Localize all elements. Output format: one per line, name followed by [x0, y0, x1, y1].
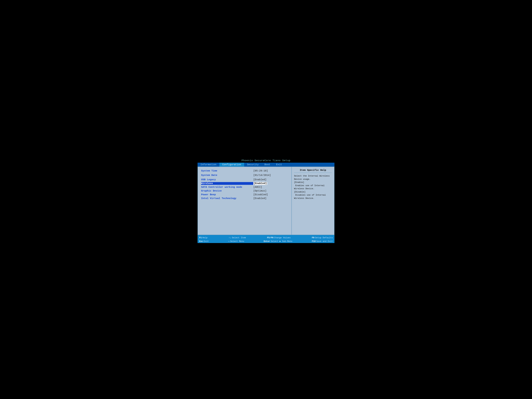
config-row-intel-vt[interactable]: Intel Virtual Technology [Enabled] — [201, 197, 288, 200]
power-beep-label: Power Beep — [201, 193, 253, 196]
intel-vt-value: [Enabled] — [253, 197, 266, 200]
select-item-desc: Select Item — [232, 236, 246, 239]
nav-item-information[interactable]: Information — [197, 163, 219, 167]
sata-value: [AHCI] — [253, 186, 262, 189]
f10-key: F10 — [312, 240, 316, 242]
f1-desc: Help — [203, 236, 208, 239]
intel-vt-label: Intel Virtual Technology — [201, 197, 253, 200]
arrows-key: ↑↓ — [229, 236, 231, 239]
nav-item-boot[interactable]: Boot — [262, 163, 273, 167]
system-date-value: [01/14/2014] — [253, 174, 271, 177]
usb-legacy-value: [Enabled] — [253, 178, 266, 181]
footer-f5f6: F5/F6 Change Values — [267, 236, 291, 239]
lr-arrows-key: ↔ — [228, 240, 229, 242]
graphic-device-label: Graphic Device — [201, 190, 253, 192]
footer-esc: Esc Exit — [199, 240, 209, 242]
f5f6-key: F5/F6 — [267, 236, 273, 239]
esc-desc: Exit — [203, 240, 209, 242]
graphic-device-value: [Optimus] — [253, 190, 266, 192]
usb-legacy-label: USB Legacy — [201, 178, 253, 181]
f9-key: F9 — [312, 236, 314, 239]
system-date-label: System Date — [201, 174, 253, 177]
config-row-system-date[interactable]: System Date [01/14/2014] — [201, 174, 288, 177]
config-row-graphic-device[interactable]: Graphic Device [Optimus] — [201, 190, 288, 192]
content-panel: System Time [05:29:18] System Date [01/1… — [198, 167, 292, 235]
footer-arrows-select: ↑↓ Select Item — [229, 236, 246, 239]
wireless-value: [Enabled] — [253, 182, 267, 185]
system-time-label: System Time — [201, 170, 253, 172]
config-row-power-beep[interactable]: Power Beep [Disabled] — [201, 193, 288, 196]
power-beep-value: [Disabled] — [253, 193, 268, 196]
f9-desc: Setup Defaults — [315, 236, 333, 239]
footer-enter: Enter Select ▶ Sub-Menu — [264, 240, 292, 242]
system-time-value: [05:29:18] — [253, 170, 268, 172]
nav-bar: Information Configuration Security Boot … — [197, 163, 335, 167]
footer-row-1: F1 Help ↑↓ Select Item F5/F6 Change Valu… — [197, 236, 335, 240]
help-title: Item Specific Help — [294, 169, 332, 173]
main-area: System Time [05:29:18] System Date [01/1… — [197, 167, 335, 235]
help-text: Select the Internal Wireless Device usag… — [294, 174, 332, 200]
bios-title: Phoenix SecureCore Tiano Setup — [197, 159, 335, 162]
enter-desc: Select ▶ Sub-Menu — [271, 240, 292, 242]
footer-f1: F1 Help — [199, 236, 208, 239]
lr-arrows-desc: Select Menu — [230, 240, 244, 242]
wireless-label: Wireless — [201, 182, 253, 185]
footer-row-2: Esc Exit ↔ Select Menu Enter Select ▶ Su… — [197, 240, 335, 243]
nav-item-security[interactable]: Security — [244, 163, 262, 167]
config-row-system-time[interactable]: System Time [05:29:18] — [201, 170, 288, 172]
footer-lr-arrows: ↔ Select Menu — [228, 240, 244, 242]
footer-bar: F1 Help ↑↓ Select Item F5/F6 Change Valu… — [197, 235, 335, 243]
help-panel: Item Specific Help Select the Internal W… — [292, 167, 334, 235]
config-row-usb-legacy[interactable]: USB Legacy [Enabled] — [201, 178, 288, 181]
nav-item-exit[interactable]: Exit — [273, 163, 285, 167]
bios-screen: Phoenix SecureCore Tiano Setup Informati… — [193, 153, 339, 246]
f1-key: F1 — [199, 236, 202, 239]
f10-desc: Save and Exit — [316, 240, 333, 242]
config-row-wireless[interactable]: Wireless [Enabled] — [201, 182, 288, 185]
sata-label: SATA Controller working mode — [201, 186, 253, 189]
config-row-sata[interactable]: SATA Controller working mode [AHCI] — [201, 186, 288, 189]
footer-f10: F10 Save and Exit — [312, 240, 333, 242]
enter-key: Enter — [264, 240, 270, 242]
esc-key: Esc — [199, 240, 203, 242]
f5f6-desc: Change Values — [274, 236, 291, 239]
nav-item-configuration[interactable]: Configuration — [219, 163, 244, 167]
footer-f9: F9 Setup Defaults — [312, 236, 333, 239]
